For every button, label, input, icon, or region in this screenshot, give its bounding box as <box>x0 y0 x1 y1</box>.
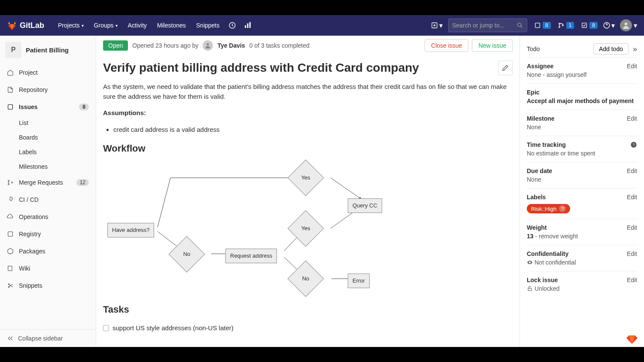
duedate-value: None <box>527 176 637 183</box>
milestone-heading: Milestone <box>527 115 555 122</box>
nav-todos-count[interactable]: 8 <box>577 22 601 29</box>
edit-milestone[interactable]: Edit <box>627 115 637 122</box>
add-todo-button[interactable]: Add todo <box>593 43 629 55</box>
author-name[interactable]: Tye Davis <box>217 42 245 49</box>
brand-text: GitLab <box>20 21 44 30</box>
node-yes-1: Yes <box>293 165 319 191</box>
node-error: Error <box>348 274 370 288</box>
new-issue-button[interactable]: New issue <box>472 39 513 52</box>
collapse-right-icon[interactable]: » <box>633 45 637 54</box>
sidebar-snippets[interactable]: Snippets <box>0 277 96 294</box>
search-icon <box>516 22 523 29</box>
project-name: Patient Billing <box>26 46 69 54</box>
help-icon[interactable]: ▾ <box>601 18 617 33</box>
nav-projects[interactable]: Projects▾ <box>53 22 89 29</box>
edit-confidentiality[interactable]: Edit <box>627 250 637 257</box>
svg-rect-3 <box>249 22 251 28</box>
collapse-sidebar[interactable]: Collapse sidebar <box>0 329 96 347</box>
workflow-diagram: Have address? Yes No Request address Yes… <box>103 161 513 294</box>
project-avatar: P <box>5 42 21 58</box>
sidebar-operations[interactable]: Operations <box>0 208 96 225</box>
tasks-heading: Tasks <box>103 302 513 316</box>
project-sidebar: P Patient Billing Project Repository Iss… <box>0 36 96 347</box>
pencil-icon <box>502 64 509 71</box>
epic-value[interactable]: Accept all major methods of payment <box>527 97 637 104</box>
node-query-cc: Query CC <box>348 198 382 213</box>
gitlab-logo[interactable]: GitLab <box>7 20 44 30</box>
home-icon <box>7 69 14 76</box>
sidebar-issues[interactable]: Issues 8 <box>0 98 96 116</box>
search-input[interactable] <box>452 22 516 29</box>
assignee-heading: Assignee <box>527 63 553 70</box>
sidebar-merge-requests[interactable]: Merge Requests 12 <box>0 174 96 191</box>
label-risk-high[interactable]: Risk::High? <box>527 204 570 213</box>
plus-icon[interactable]: ▾ <box>429 18 445 33</box>
chevron-down-icon: ▾ <box>82 23 84 28</box>
checkbox[interactable] <box>103 325 109 331</box>
author-avatar[interactable] <box>203 40 213 51</box>
timetrack-value: No estimate or time spent <box>527 150 637 157</box>
sidebar-issues-labels[interactable]: Labels <box>0 145 96 159</box>
remove-weight[interactable]: - remove weight <box>534 233 578 240</box>
sidebar-registry[interactable]: Registry <box>0 225 96 243</box>
assumption-item: credit card address is a valid address <box>113 125 513 135</box>
epic-heading: Epic <box>527 89 540 96</box>
svg-point-7 <box>559 23 560 24</box>
issues-icon <box>7 103 14 110</box>
svg-rect-13 <box>8 105 13 110</box>
issue-description: As the system, we need to validate that … <box>103 82 513 335</box>
scissors-icon <box>7 282 14 289</box>
close-issue-button[interactable]: Close issue <box>425 39 468 52</box>
user-avatar[interactable] <box>620 19 632 31</box>
merge-icon <box>558 22 565 29</box>
tasks-progress: 0 of 3 tasks completed <box>249 42 310 49</box>
timetrack-heading: Time tracking <box>527 141 566 148</box>
edit-labels[interactable]: Edit <box>627 194 637 201</box>
sidebar-cicd[interactable]: CI / CD <box>0 191 96 208</box>
help-icon[interactable]: ? <box>630 141 637 148</box>
opened-text: Opened 23 hours ago by <box>132 42 198 49</box>
edit-weight[interactable]: Edit <box>627 224 637 231</box>
nav-snippets[interactable]: Snippets <box>191 22 225 29</box>
gitlab-icon <box>7 20 17 30</box>
chevron-down-icon: ▾ <box>115 23 118 28</box>
node-no-1: No <box>174 241 200 267</box>
sidebar-project[interactable]: Project <box>0 64 96 81</box>
svg-rect-23 <box>528 288 532 290</box>
clock-icon[interactable] <box>225 18 240 33</box>
svg-point-9 <box>562 25 563 26</box>
nav-groups[interactable]: Groups▾ <box>89 22 123 29</box>
duedate-heading: Due date <box>527 167 552 174</box>
confidentiality-value: Not confidential <box>527 259 637 266</box>
sidebar-issues-boards[interactable]: Boards <box>0 130 96 145</box>
chart-icon[interactable] <box>240 18 255 33</box>
issue-right-sidebar: Todo Add todo » AssigneeEdit None - assi… <box>519 36 644 347</box>
disk-icon <box>7 231 14 237</box>
task-item[interactable]: support US style addresses (non-US later… <box>103 322 513 335</box>
assumptions-heading: Assumptions: <box>103 108 513 118</box>
status-badge: Open <box>103 40 128 51</box>
search-box[interactable] <box>448 18 527 32</box>
svg-point-12 <box>625 22 628 25</box>
svg-rect-17 <box>8 232 13 237</box>
edit-duedate[interactable]: Edit <box>627 167 637 174</box>
question-icon: ? <box>559 205 566 212</box>
edit-assignee[interactable]: Edit <box>627 63 637 70</box>
chevron-left-icon <box>7 335 14 342</box>
chevron-down-icon[interactable]: ▾ <box>634 21 637 30</box>
svg-rect-6 <box>535 23 540 28</box>
svg-point-18 <box>8 283 9 285</box>
nav-activity[interactable]: Activity <box>123 22 152 29</box>
sidebar-issues-milestones[interactable]: Milestones <box>0 159 96 174</box>
assignee-value[interactable]: None - assign yourself <box>527 71 637 78</box>
project-header[interactable]: P Patient Billing <box>0 36 96 64</box>
nav-milestones[interactable]: Milestones <box>152 22 191 29</box>
nav-issues-count[interactable]: 8 <box>531 22 554 29</box>
edit-lock[interactable]: Edit <box>627 277 637 283</box>
sidebar-wiki[interactable]: Wiki <box>0 260 96 277</box>
edit-title-button[interactable] <box>498 61 513 75</box>
nav-mrs-count[interactable]: 1 <box>554 22 578 29</box>
sidebar-issues-list[interactable]: List <box>0 116 96 130</box>
sidebar-packages[interactable]: Packages <box>0 243 96 260</box>
sidebar-repository[interactable]: Repository <box>0 81 96 98</box>
